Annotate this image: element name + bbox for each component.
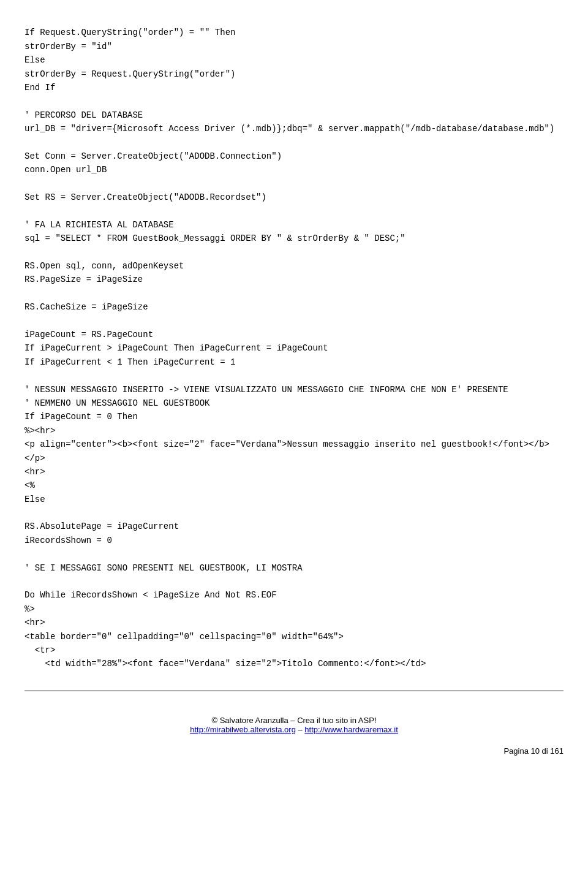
copyright-line: © Salvatore Aranzulla – Crea il tuo sito… xyxy=(24,716,564,725)
line-29: If iPageCount = 0 Then xyxy=(24,412,138,422)
line-5: End If xyxy=(24,83,55,93)
line-10: Set Conn = Server.CreateObject("ADODB.Co… xyxy=(24,151,282,161)
line-46: <td width="28%"><font face="Verdana" siz… xyxy=(24,659,426,669)
line-16: sql = "SELECT * FROM GuestBook_Messaggi … xyxy=(24,233,405,243)
line-45: <tr> xyxy=(24,645,55,655)
line-32: <hr> xyxy=(24,467,45,477)
line-31: <p align="center"><b><font size="2" face… xyxy=(24,439,549,463)
line-21: RS.CacheSize = iPageSize xyxy=(24,302,148,312)
footer: © Salvatore Aranzulla – Crea il tuo sito… xyxy=(24,716,564,734)
line-27: ' NESSUN MESSAGGIO INSERITO -> VIENE VIS… xyxy=(24,385,508,395)
line-1: If Request.QueryString("order") = "" The… xyxy=(24,28,235,37)
line-43: <hr> xyxy=(24,618,45,627)
line-34: Else xyxy=(24,495,45,504)
line-42: %> xyxy=(24,604,35,614)
line-39: ' SE I MESSAGGI SONO PRESENTI NEL GUESTB… xyxy=(24,563,303,573)
line-13: Set RS = Server.CreateObject("ADODB.Reco… xyxy=(24,192,266,202)
page-number: Pagina 10 di 161 xyxy=(24,746,564,756)
line-33: <% xyxy=(24,480,35,490)
code-container: If Request.QueryString("order") = "" The… xyxy=(24,12,564,684)
line-30: %><hr> xyxy=(24,426,55,436)
footer-divider xyxy=(24,691,564,691)
line-41: Do While iRecordsShown < iPageSize And N… xyxy=(24,590,277,600)
line-28: ' NEMMENO UN MESSAGGIO NEL GUESTBOOK xyxy=(24,398,209,408)
line-18: RS.Open sql, conn, adOpenKeyset xyxy=(24,261,184,271)
hardwaremax-link[interactable]: http://www.hardwaremax.it xyxy=(304,725,398,734)
line-7: ' PERCORSO DEL DATABASE xyxy=(24,110,143,120)
line-3: Else xyxy=(24,55,45,65)
line-2: strOrderBy = "id" xyxy=(24,42,112,51)
copyright-text: © Salvatore Aranzulla – Crea il tuo sito… xyxy=(212,716,377,725)
line-24: If iPageCurrent > iPageCount Then iPageC… xyxy=(24,343,328,353)
line-36: RS.AbsolutePage = iPageCurrent xyxy=(24,521,179,531)
code-block: If Request.QueryString("order") = "" The… xyxy=(24,12,564,684)
links-line: http://mirabilweb.altervista.org – http:… xyxy=(24,725,564,734)
line-8: url_DB = "driver={Microsoft Access Drive… xyxy=(24,124,554,134)
line-25: If iPageCurrent < 1 Then iPageCurrent = … xyxy=(24,357,235,367)
line-4: strOrderBy = Request.QueryString("order"… xyxy=(24,69,235,79)
line-44: <table border="0" cellpadding="0" cellsp… xyxy=(24,632,344,642)
link-separator: – xyxy=(298,725,303,734)
line-15: ' FA LA RICHIESTA AL DATABASE xyxy=(24,220,174,230)
page-label: Pagina 10 di 161 xyxy=(503,746,564,756)
line-23: iPageCount = RS.PageCount xyxy=(24,330,153,339)
line-11: conn.Open url_DB xyxy=(24,165,107,175)
line-19: RS.PageSize = iPageSize xyxy=(24,275,143,284)
mirabilweb-link[interactable]: http://mirabilweb.altervista.org xyxy=(190,725,296,734)
line-37: iRecordsShown = 0 xyxy=(24,536,112,545)
